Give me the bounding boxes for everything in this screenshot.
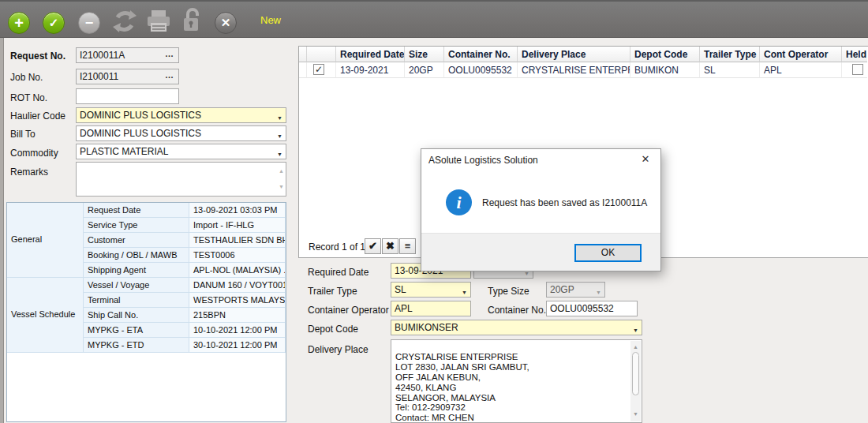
job-summary-table: General Vessel Schedule Request Date Ser…: [6, 202, 286, 422]
chevron-down-icon: ▼: [277, 113, 282, 123]
scroll-up-icon[interactable]: ▲: [633, 343, 638, 353]
delete-icon[interactable]: −: [78, 12, 100, 34]
left-splitter[interactable]: [0, 38, 4, 423]
cell-depot-code: BUMIKON: [630, 62, 700, 78]
accept-record-icon[interactable]: ✔: [365, 238, 381, 254]
ok-button[interactable]: OK: [574, 244, 642, 262]
job-no-lookup-button[interactable]: …: [163, 70, 177, 83]
cancel-record-icon[interactable]: ✖: [382, 238, 398, 254]
info-value: DANUM 160 / VOYT001: [189, 278, 286, 293]
container-operator-field[interactable]: APL: [391, 301, 471, 316]
info-key: Terminal: [84, 293, 189, 308]
remarks-textarea[interactable]: ▲ ▼: [76, 162, 286, 197]
remarks-label: Remarks: [10, 167, 48, 178]
info-value: APL-NOL (MALAYSIA) ...: [189, 263, 286, 278]
grid-header[interactable]: Cont Operator: [760, 47, 842, 62]
cell-container-no: OOLU0095532: [444, 62, 518, 78]
type-size-combo[interactable]: 20GP ▼: [546, 282, 605, 298]
chevron-down-icon: ▼: [462, 287, 467, 298]
info-icon: i: [446, 189, 472, 215]
group-vessel-schedule: Vessel Schedule: [7, 278, 84, 353]
trailer-type-combo[interactable]: SL ▼: [391, 282, 471, 298]
grid-header[interactable]: Container No.: [444, 47, 518, 62]
job-no-label: Job No.: [10, 72, 43, 83]
bill-to-combo[interactable]: DOMINIC PLUS LOGISTICS ▼: [76, 125, 286, 141]
request-no-field[interactable]: I2100011A …: [76, 47, 179, 63]
request-no-lookup-button[interactable]: …: [163, 49, 177, 62]
scroll-up-icon[interactable]: ▲: [279, 166, 284, 177]
dialog-footer: OK: [421, 233, 660, 271]
rot-no-field[interactable]: [76, 88, 179, 104]
menu-icon[interactable]: ≡: [399, 238, 416, 254]
rot-no-label: ROT No.: [10, 92, 47, 103]
scroll-down-icon[interactable]: ▼: [279, 182, 284, 193]
cell-size: 20GP: [405, 62, 444, 78]
chevron-down-icon: ▼: [596, 287, 601, 298]
info-value: WESTPORTS MALAYSI...: [189, 293, 286, 308]
info-value: TESTHAULIER SDN BHD: [189, 233, 286, 248]
grid-header[interactable]: Size: [405, 47, 444, 62]
row-selected-checkbox[interactable]: ✓: [313, 64, 324, 75]
trailer-type-label: Trailer Type: [308, 286, 357, 297]
haulier-code-label: Haulier Code: [10, 110, 65, 122]
grid-header[interactable]: Trailer Type: [700, 47, 760, 62]
record-count-label: Record 1 of 1: [309, 241, 365, 253]
table-row[interactable]: ✓ 13-09-2021 20GP OOLU0095532 CRYSTALRIS…: [299, 62, 867, 78]
info-key: Request Date: [84, 203, 189, 218]
grid-header-indicator: [299, 47, 307, 62]
chevron-down-icon: ▼: [277, 149, 282, 159]
chevron-down-icon: ▼: [277, 131, 282, 141]
info-value: 13-09-2021 03:03 PM: [189, 203, 286, 218]
info-key: MYPKG - ETD: [84, 338, 189, 353]
add-icon[interactable]: +: [8, 12, 30, 34]
request-no-label: Request No.: [10, 51, 65, 62]
scroll-down-icon[interactable]: ▼: [633, 410, 638, 420]
haulier-code-combo[interactable]: DOMINIC PLUS LOGISTICS ▼: [76, 107, 286, 123]
app-window: + ✓ − ✕ New Request No. I2100011A …: [0, 0, 868, 423]
scrollbar-thumb[interactable]: [632, 352, 639, 395]
info-key: Ship Call No.: [84, 308, 189, 323]
container-no-label: Container No.: [488, 305, 546, 316]
chevron-down-icon: ▼: [633, 325, 638, 335]
group-general: General: [7, 203, 84, 278]
depot-code-combo[interactable]: BUMIKONSER ▼: [391, 320, 642, 335]
depot-code-label: Depot Code: [308, 324, 358, 335]
held-checkbox[interactable]: [852, 64, 863, 75]
save-icon[interactable]: ✓: [43, 12, 65, 34]
info-value: 215BPN: [189, 308, 286, 323]
info-value: 30-10-2021 12:00 PM: [189, 338, 286, 353]
delivery-place-scrollbar[interactable]: ▲ ▼: [630, 341, 641, 421]
info-key: MYPKG - ETA: [84, 323, 189, 338]
grid-header[interactable]: Held: [842, 47, 867, 62]
container-no-field[interactable]: OOLU0095532: [546, 301, 638, 316]
dialog-message: Request has been saved as I2100011A: [482, 197, 647, 208]
grid-header-row: Required Date Size Container No. Deliver…: [299, 47, 867, 62]
print-icon[interactable]: [146, 9, 171, 33]
delivery-place-textarea[interactable]: CRYSTALRISE ENTERPRISE LOT 2830, JALAN S…: [391, 339, 642, 423]
unlock-icon[interactable]: [181, 8, 202, 33]
required-date-label: Required Date: [308, 267, 369, 278]
dialog-title: ASolute Logistics Solution: [428, 155, 538, 166]
grid-header[interactable]: Delivery Place: [518, 47, 630, 62]
info-key: Shipping Agent: [84, 263, 189, 278]
commodity-combo[interactable]: PLASTIC MATERIAL ▼: [76, 144, 286, 159]
delivery-place-label: Delivery Place: [308, 344, 369, 355]
container-operator-label: Container Operator: [308, 305, 389, 316]
dialog-close-icon[interactable]: ✕: [638, 153, 653, 165]
commodity-label: Commodity: [10, 148, 58, 159]
cell-required-date: 13-09-2021: [336, 62, 405, 78]
info-key: Vessel / Voyage: [84, 278, 189, 293]
grid-header[interactable]: Required Date: [336, 47, 405, 62]
type-size-label: Type Size: [488, 286, 529, 297]
cell-cont-operator: APL: [760, 62, 842, 78]
refresh-icon[interactable]: [112, 9, 137, 33]
job-no-field[interactable]: I2100011 …: [76, 69, 179, 84]
grid-header-select: [307, 47, 336, 62]
cell-trailer-type: SL: [700, 62, 760, 78]
info-key: Booking / OBL / MAWB: [84, 248, 189, 263]
main-toolbar: + ✓ − ✕ New: [0, 0, 868, 38]
close-icon[interactable]: ✕: [215, 12, 237, 34]
grid-header[interactable]: Depot Code: [630, 47, 700, 62]
bill-to-label: Bill To: [10, 129, 36, 140]
info-value: TEST0006: [189, 248, 286, 263]
